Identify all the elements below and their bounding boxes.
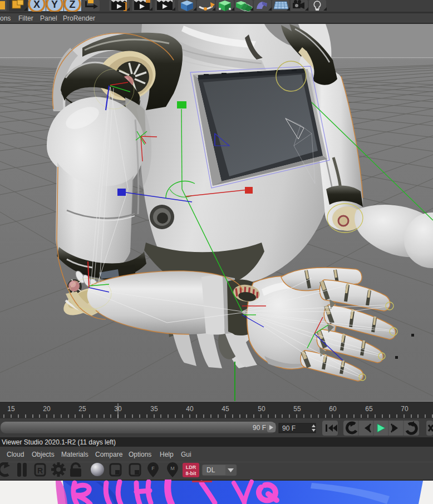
svg-text:F: F	[151, 466, 155, 471]
svg-text:55: 55	[293, 405, 301, 413]
svg-text:40: 40	[186, 405, 194, 413]
svg-text:X: X	[33, 0, 40, 10]
svg-text:65: 65	[365, 405, 373, 413]
svg-text:M: M	[170, 466, 175, 471]
svg-text:DL: DL	[206, 466, 215, 474]
svg-text:R: R	[37, 466, 43, 475]
svg-text:15: 15	[7, 405, 15, 413]
svg-text:Z: Z	[70, 0, 76, 10]
svg-text:60: 60	[329, 405, 337, 413]
svg-text:20: 20	[43, 405, 51, 413]
svg-text:70: 70	[401, 405, 409, 413]
svg-text:35: 35	[150, 405, 158, 413]
svg-text:8-bit: 8-bit	[186, 471, 196, 476]
svg-text:LDR: LDR	[186, 465, 196, 470]
svg-text:25: 25	[78, 405, 86, 413]
svg-text:Y: Y	[51, 0, 58, 10]
svg-text:45: 45	[222, 405, 229, 413]
svg-text:90 F: 90 F	[253, 424, 266, 432]
svg-text:50: 50	[258, 405, 265, 413]
svg-text:90 F: 90 F	[282, 424, 296, 432]
